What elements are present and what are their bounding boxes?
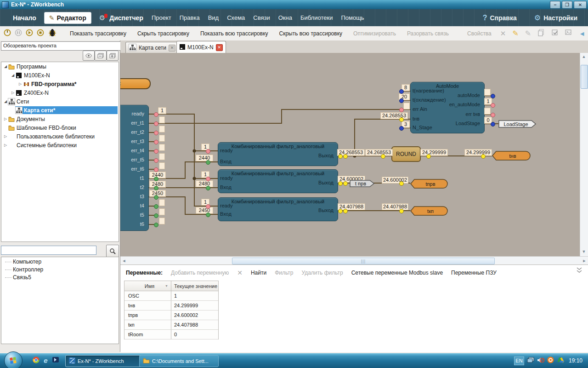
scroll-down-icon[interactable]: ▼ (580, 248, 588, 256)
table-row-4[interactable]: tкп24.407988 (124, 320, 218, 330)
tree-item-10[interactable]: ▷Системные библиотеки (1, 141, 119, 150)
port-dot-green[interactable] (206, 213, 210, 217)
tree-item-2[interactable]: ◢M100Ex-N (1, 71, 119, 80)
mute-icon[interactable] (537, 357, 544, 365)
table-row-3[interactable]: tпрв24.600002 (124, 310, 218, 320)
port-dot-green[interactable] (154, 204, 158, 209)
tree-item-7[interactable]: ▷Документы (1, 115, 119, 123)
net-tag-t-прв[interactable]: t прв (350, 180, 374, 187)
port-dot-green[interactable] (154, 177, 158, 181)
task-button-2[interactable]: C:\Documents and Sett... (139, 355, 219, 367)
scroll-right-icon[interactable]: ► (581, 258, 588, 265)
port-dot-pink[interactable] (206, 149, 210, 154)
scroll-up-icon[interactable]: ▲ (580, 53, 588, 61)
debug-bug-button[interactable] (48, 28, 57, 39)
tree-item-6[interactable]: Карта сети* (1, 106, 119, 115)
ie-shortcut[interactable]: e (42, 356, 50, 364)
net-tag-LoadStage[interactable]: LoadStage (498, 120, 536, 128)
port-dot-blue[interactable] (491, 94, 495, 98)
var-button-3[interactable]: Найти (251, 270, 266, 276)
drive-icon[interactable] (557, 357, 564, 365)
menu-item-5[interactable]: Связи (253, 14, 270, 21)
stop-button[interactable] (37, 28, 44, 39)
visibility-button[interactable] (83, 51, 95, 61)
export-image-button[interactable] (565, 29, 572, 38)
save-page-button[interactable] (551, 29, 559, 38)
table-row-5[interactable]: tRoom0 (124, 330, 218, 339)
table-row-1[interactable]: OSC1 (124, 291, 218, 301)
tree-item-5[interactable]: ◢Сети (1, 97, 119, 106)
power-button[interactable] (4, 28, 11, 39)
fbd-canvas[interactable]: ready1err_t1err_t2err_t3err_t4err_t5err_… (120, 53, 580, 256)
start-button[interactable] (4, 351, 23, 368)
net-tag-tпрв[interactable]: tпрв (410, 179, 448, 189)
tree-item-9[interactable]: ▷Пользовательские библиотеки (1, 132, 119, 141)
trace-button-4[interactable]: Скрыть всю трассировку (279, 30, 343, 37)
vertical-scroll-thumb[interactable] (581, 65, 588, 89)
port-dot-green[interactable] (206, 186, 210, 190)
expander-open-icon[interactable]: ◢ (3, 64, 8, 69)
horizontal-scrollbar[interactable]: ◄ ||| ► (120, 256, 588, 265)
trace-button-2[interactable]: Скрыть трассировку (137, 30, 189, 37)
menu-settings[interactable]: ⚙ Настройки (534, 14, 577, 22)
language-indicator[interactable]: EN (514, 356, 524, 365)
expander-open-icon[interactable]: ◢ (3, 99, 8, 104)
round-block[interactable]: ROUND (391, 146, 421, 162)
menu-item-8[interactable]: Помощь (341, 14, 364, 21)
column-header-value[interactable]: Текущее значение (171, 281, 218, 291)
menu-home[interactable]: Начало (13, 14, 36, 22)
task-button-1[interactable]: Ex-N* - ZWorkbench (65, 355, 145, 367)
expander-closed-icon[interactable]: ▷ (3, 143, 8, 147)
port-dot-green[interactable] (154, 195, 158, 200)
menu-item-3[interactable]: Вид (208, 14, 219, 21)
maximize-button[interactable]: ❐ (562, 1, 572, 9)
scroll-left-icon[interactable]: ◄ (120, 258, 128, 265)
close-button[interactable]: ✕ (574, 1, 587, 9)
expander-closed-icon[interactable]: ▷ (3, 134, 8, 138)
menu-editor[interactable]: ✎ Редактор (44, 12, 91, 24)
tab-карта-сети[interactable]: Карта сети✕ (125, 42, 179, 53)
expander-closed-icon[interactable]: ▷ (11, 91, 15, 95)
menu-item-6[interactable]: Окна (278, 14, 292, 21)
collapse-all-button[interactable] (95, 51, 107, 61)
port-dot-pink[interactable] (206, 204, 210, 209)
port-dot-pink[interactable] (154, 158, 158, 163)
port-dot-yellow[interactable] (399, 117, 404, 122)
port-dot-pink[interactable] (154, 121, 158, 126)
table-row-2[interactable]: tнв24.299999 (124, 301, 218, 310)
menu-dispatcher[interactable]: ⚙ Диспетчер (99, 14, 143, 22)
close-icon[interactable]: ✕ (169, 45, 175, 52)
back-arrow-button[interactable]: ◄ (579, 29, 585, 38)
vertical-scrollbar[interactable]: ▲ ▼ (580, 53, 588, 256)
port-dot-pink[interactable] (206, 177, 210, 181)
menu-item-4[interactable]: Схема (227, 14, 245, 21)
play-button[interactable] (26, 28, 33, 39)
search-button[interactable] (106, 245, 119, 258)
osc-tag[interactable]: SC (120, 78, 151, 89)
var-button-7[interactable]: Переменные ПЗУ (451, 270, 497, 276)
port-dot-yellow[interactable] (338, 209, 343, 213)
expander-closed-icon[interactable]: ▷ (3, 117, 8, 121)
tab-m100ex-n[interactable]: M100Ex-N✕ (176, 41, 226, 53)
horizontal-scroll-thumb[interactable]: ||| (232, 258, 495, 264)
media-app-shortcut[interactable] (51, 356, 59, 364)
column-header-name[interactable]: Имя▼ (124, 281, 171, 291)
port-dot-green[interactable] (154, 186, 158, 190)
tree-item-4[interactable]: ▷Z400Ex-N (1, 88, 119, 97)
trace-button-1[interactable]: Показать трассировку (70, 30, 126, 37)
trace-button-3[interactable]: Показать всю трассировку (200, 30, 268, 37)
device-item-3[interactable]: Связь5 (1, 274, 119, 281)
close-icon[interactable]: ✕ (216, 44, 223, 51)
menu-item-1[interactable]: Проект (152, 14, 171, 21)
copy-page-button[interactable] (537, 29, 545, 38)
port-dot-pink[interactable] (491, 103, 495, 108)
display-icon[interactable] (527, 357, 534, 365)
menu-item-7[interactable]: Библиотеки (300, 14, 333, 21)
edit-gray-button[interactable]: ✎ (525, 29, 531, 38)
tree-item-3[interactable]: ▷FBD-программа* (1, 80, 119, 88)
minimize-button[interactable]: – (550, 1, 560, 9)
net-tag-tнв[interactable]: tнв (492, 151, 531, 161)
expander-closed-icon[interactable]: ▷ (18, 82, 23, 86)
port-dot-pink[interactable] (154, 112, 158, 117)
expand-all-button[interactable] (107, 51, 119, 61)
